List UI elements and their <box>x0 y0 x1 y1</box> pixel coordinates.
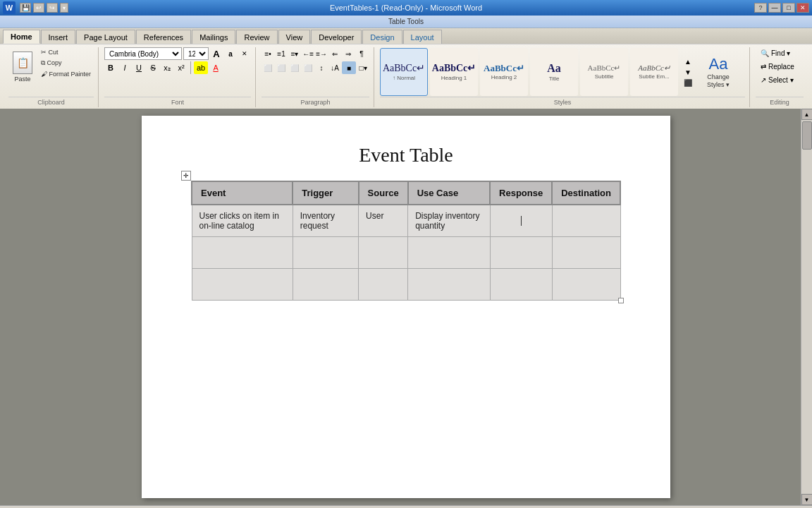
cell-r1-usecase[interactable]: Display inventory quantity <box>408 205 490 237</box>
ribbon-tabs: Home Insert Page Layout References Maili… <box>0 28 812 44</box>
align-right-button[interactable]: ⬜ <box>288 61 301 74</box>
maximize-button[interactable]: □ <box>782 3 795 13</box>
close-button[interactable]: ✕ <box>796 3 809 13</box>
style-subtleem-button[interactable]: AaBbCc↵ Subtle Em... <box>630 48 678 96</box>
find-icon: 🔍 <box>761 49 769 57</box>
cut-button[interactable]: ✂ Cut <box>38 47 94 57</box>
table-move-handle[interactable]: ✛ <box>181 171 191 181</box>
quick-access-more[interactable]: ▾ <box>60 3 68 13</box>
tab-references[interactable]: References <box>136 30 191 44</box>
change-styles-icon: Aa <box>709 55 728 73</box>
styles-scroll-down[interactable]: ▼ <box>682 67 694 77</box>
minimize-button[interactable]: — <box>768 3 781 13</box>
font-grow-button[interactable]: A <box>210 47 223 60</box>
tab-developer[interactable]: Developer <box>311 30 362 44</box>
cell-r3-trigger[interactable] <box>293 269 358 301</box>
cell-r1-trigger[interactable]: Inventory request <box>293 205 358 237</box>
tab-review[interactable]: Review <box>236 30 277 44</box>
font-shrink-button[interactable]: a <box>224 47 237 60</box>
cell-r1-response[interactable] <box>490 205 552 237</box>
sort-button[interactable]: ↓A <box>328 61 341 74</box>
cell-r3-destination[interactable] <box>552 269 620 301</box>
decrease-indent-button[interactable]: ←≡ <box>302 47 314 60</box>
font-clear-button[interactable]: ✕ <box>238 47 251 60</box>
replace-button[interactable]: ⇄ Replace <box>756 61 804 73</box>
change-styles-button[interactable]: Aa ChangeStyles ▾ <box>698 48 739 96</box>
borders-button[interactable]: □▾ <box>357 61 369 74</box>
cell-r2-trigger[interactable] <box>293 237 358 269</box>
vertical-scrollbar[interactable]: ▲ ▼ <box>801 109 812 505</box>
scroll-up-arrow[interactable]: ▲ <box>801 109 813 120</box>
tab-mailings[interactable]: Mailings <box>192 30 235 44</box>
tab-view[interactable]: View <box>278 30 311 44</box>
justify-button[interactable]: ⬜ <box>302 61 314 74</box>
copy-button[interactable]: ⧉ Copy <box>38 58 94 68</box>
table-resize-handle[interactable] <box>618 298 624 303</box>
tab-design[interactable]: Design <box>362 30 402 44</box>
cell-r2-event[interactable] <box>192 237 293 269</box>
cell-r3-source[interactable] <box>359 269 408 301</box>
col-response: Response <box>490 181 552 205</box>
cell-r2-source[interactable] <box>359 237 408 269</box>
table-row <box>192 237 620 269</box>
style-normal-button[interactable]: AaBbCc↵ ↑ Normal <box>380 48 428 96</box>
numbering-button[interactable]: ≡1 <box>275 47 288 60</box>
cell-r1-source[interactable]: User <box>359 205 408 237</box>
cell-r1-destination[interactable] <box>552 205 620 237</box>
find-button[interactable]: 🔍 Find ▾ <box>756 47 804 59</box>
styles-scroll-up[interactable]: ▲ <box>682 56 694 66</box>
cell-r3-event[interactable] <box>192 269 293 301</box>
bold-button[interactable]: B <box>104 61 117 74</box>
styles-label: Styles <box>380 97 745 106</box>
style-em-preview: AaBbCc↵ <box>638 64 670 72</box>
style-heading2-button[interactable]: AaBbCc↵ Heading 2 <box>480 48 528 96</box>
tab-page-layout[interactable]: Page Layout <box>76 30 135 44</box>
paste-button[interactable]: 📋 Paste <box>8 47 37 87</box>
style-subtitle-button[interactable]: AaBbCc↵ Subtitle <box>580 48 628 96</box>
align-center-button[interactable]: ⬜ <box>275 61 288 74</box>
help-icon[interactable]: ? <box>754 3 767 13</box>
ltr-button[interactable]: ⇐ <box>328 47 341 60</box>
shading-button[interactable]: ■ <box>342 61 356 74</box>
quick-access-undo[interactable]: ↩ <box>33 3 44 13</box>
font-color-button[interactable]: A <box>209 61 222 74</box>
font-name-select[interactable]: Cambria (Body) <box>104 47 182 60</box>
cell-r3-usecase[interactable] <box>408 269 490 301</box>
line-spacing-button[interactable]: ↕ <box>315 61 328 74</box>
tab-home[interactable]: Home <box>3 30 40 44</box>
quick-access-redo[interactable]: ↪ <box>47 3 58 13</box>
cell-r3-response[interactable] <box>490 269 552 301</box>
align-left-button[interactable]: ⬜ <box>262 61 274 74</box>
scroll-thumb[interactable] <box>802 121 812 150</box>
editing-label: Editing <box>756 97 804 106</box>
show-hide-button[interactable]: ¶ <box>355 47 368 60</box>
multilevel-button[interactable]: ≡▾ <box>288 47 301 60</box>
rtl-button[interactable]: ⇒ <box>342 47 355 60</box>
scroll-down-arrow[interactable]: ▼ <box>801 494 813 505</box>
style-heading1-button[interactable]: AaBbCc↵ Heading 1 <box>430 48 478 96</box>
cell-r2-response[interactable] <box>490 237 552 269</box>
increase-indent-button[interactable]: ≡→ <box>315 47 328 60</box>
tab-insert[interactable]: Insert <box>41 30 76 44</box>
select-button[interactable]: ↗ Select ▾ <box>756 74 804 86</box>
bullets-button[interactable]: ≡• <box>262 47 274 60</box>
strikethrough-button[interactable]: S <box>147 61 159 74</box>
styles-expand[interactable]: ⬛ <box>682 78 694 87</box>
cell-r1-event[interactable]: User clicks on item in on-line catalog <box>192 205 293 237</box>
tab-layout[interactable]: Layout <box>403 30 442 44</box>
cell-r2-destination[interactable] <box>552 237 620 269</box>
quick-access-save[interactable]: 💾 <box>20 3 31 13</box>
format-painter-button[interactable]: 🖌 Format Painter <box>38 69 94 79</box>
style-title-button[interactable]: Aa Title <box>530 48 578 96</box>
style-h1-label: Heading 1 <box>441 75 467 81</box>
col-source: Source <box>359 181 408 205</box>
cell-r2-usecase[interactable] <box>408 237 490 269</box>
superscript-button[interactable]: x² <box>175 61 187 74</box>
change-styles-label: ChangeStyles ▾ <box>707 73 730 89</box>
font-size-select[interactable]: 12 <box>183 47 209 60</box>
style-subtitle-label: Subtitle <box>595 73 614 80</box>
subscript-button[interactable]: x₂ <box>161 61 173 74</box>
italic-button[interactable]: I <box>118 61 131 74</box>
highlight-button[interactable]: ab <box>194 61 208 74</box>
underline-button[interactable]: U <box>133 61 145 74</box>
